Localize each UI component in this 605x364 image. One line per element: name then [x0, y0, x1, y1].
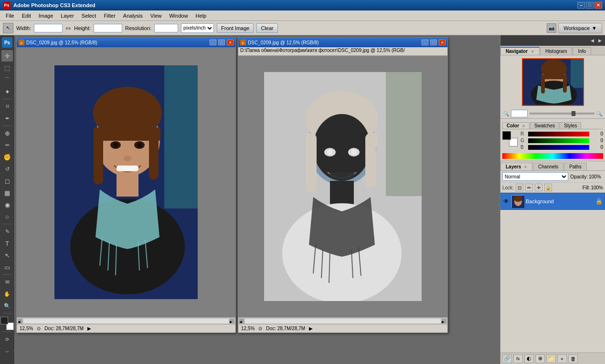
3d-rotate-tool[interactable]: ⟳	[1, 333, 13, 345]
doc2-hscrollbar[interactable]: ◂ ▸	[238, 317, 447, 324]
lock-all-btn[interactable]: 🔒	[544, 184, 552, 191]
layer-visibility-toggle[interactable]: 👁	[503, 198, 509, 205]
menu-layer[interactable]: Layer	[57, 12, 78, 20]
panel-expand-btn[interactable]: ▶	[596, 38, 603, 43]
menu-analysis[interactable]: Analysis	[119, 12, 147, 20]
tab-channels[interactable]: Channels	[533, 163, 563, 170]
doc2-hscroll-track[interactable]	[245, 319, 441, 323]
b-slider[interactable]	[528, 145, 589, 150]
shape-tool[interactable]: ▭	[1, 261, 13, 273]
zoom-slider-thumb[interactable]	[572, 111, 575, 116]
doc1-content[interactable]	[17, 47, 235, 317]
g-slider[interactable]	[528, 138, 589, 143]
width-input[interactable]	[34, 24, 63, 32]
eyedropper-tool[interactable]: ✒	[1, 113, 13, 124]
layer-delete-btn[interactable]: 🗑	[568, 354, 578, 363]
tab-paths[interactable]: Paths	[564, 163, 587, 170]
color-tab-close[interactable]: ✕	[522, 124, 525, 128]
lock-transparent-btn[interactable]: ⊡	[516, 184, 523, 191]
doc1-hscroll-right[interactable]: ▸	[230, 319, 234, 323]
brush-tool[interactable]: ✏	[1, 139, 13, 151]
zoom-input[interactable]: 12,5%	[511, 110, 528, 117]
menu-edit[interactable]: Edit	[18, 12, 35, 20]
maximize-button[interactable]: □	[586, 2, 594, 9]
doc1-close[interactable]: ✕	[227, 40, 234, 45]
menu-file[interactable]: File	[2, 12, 18, 20]
gradient-tool[interactable]: ▦	[1, 187, 13, 198]
zoom-tool[interactable]: 🔍	[1, 300, 13, 312]
layer-adjustment-btn[interactable]: ⊕	[535, 354, 545, 363]
heal-tool[interactable]: ⊕	[1, 127, 13, 139]
navigator-tab-close[interactable]: ✕	[531, 50, 534, 54]
doc2-content[interactable]	[238, 56, 447, 317]
menu-select[interactable]: Select	[78, 12, 100, 20]
clear-button[interactable]: Clear	[256, 23, 277, 33]
magic-wand-tool[interactable]: ✦	[1, 86, 13, 97]
menu-view[interactable]: View	[147, 12, 166, 20]
layer-background[interactable]: 👁 Background 🔒	[500, 193, 605, 210]
doc1-hscroll-left[interactable]: ◂	[18, 319, 22, 323]
doc1-minimize[interactable]: –	[210, 40, 216, 45]
layer-fx-btn[interactable]: fx	[513, 354, 523, 363]
marquee-tool[interactable]: ⬚	[1, 62, 13, 73]
lock-position-btn[interactable]: ✛	[535, 184, 542, 191]
menu-filter[interactable]: Filter	[100, 12, 119, 20]
doc2-close[interactable]: ✕	[439, 40, 446, 45]
dodge-tool[interactable]: ○	[1, 211, 13, 222]
tab-navigator[interactable]: Navigator ✕	[500, 47, 540, 55]
layer-mode-select[interactable]: Normal Multiply Screen	[502, 172, 568, 181]
resolution-unit-select[interactable]: pixels/inch pixels/cm	[181, 23, 214, 33]
layer-link-btn[interactable]: 🔗	[502, 354, 512, 363]
fg-color-box[interactable]	[502, 131, 511, 140]
minimize-button[interactable]: –	[577, 2, 585, 9]
doc2-hscroll-right[interactable]: ▸	[442, 319, 446, 323]
eraser-tool[interactable]: ◻	[1, 175, 13, 187]
layers-tab-close[interactable]: ✕	[524, 165, 527, 169]
close-button[interactable]: ✕	[594, 2, 602, 9]
tab-layers[interactable]: Layers ✕	[500, 163, 532, 170]
menu-image[interactable]: Image	[35, 12, 57, 20]
doc2-minimize[interactable]: –	[422, 40, 428, 45]
resolution-input[interactable]	[154, 24, 178, 32]
svg-point-30	[327, 149, 333, 155]
zoom-slider[interactable]	[530, 113, 594, 114]
tab-styles[interactable]: Styles	[560, 122, 581, 129]
color-spectrum[interactable]	[502, 153, 603, 159]
panel-collapse-btn[interactable]: ◀	[589, 38, 595, 43]
blur-tool[interactable]: ◉	[1, 199, 13, 210]
layer-group-btn[interactable]: 📁	[546, 354, 556, 363]
doc2-maximize[interactable]: □	[430, 40, 437, 45]
b-label: B	[520, 145, 526, 150]
tab-swatches[interactable]: Swatches	[530, 122, 559, 129]
r-slider[interactable]	[528, 132, 589, 136]
zoom-out-icon[interactable]: 🔍	[503, 111, 509, 116]
move-tool[interactable]: ✛	[1, 50, 13, 62]
layer-new-btn[interactable]: +	[557, 354, 567, 363]
foreground-color-swatch[interactable]	[0, 317, 8, 324]
crop-tool[interactable]: ⌗	[1, 101, 13, 112]
workspace-button[interactable]: Workspace ▼	[558, 23, 602, 33]
lock-image-btn[interactable]: ✏	[525, 184, 533, 191]
doc1-maximize[interactable]: □	[218, 40, 225, 45]
path-select-tool[interactable]: ↖	[1, 250, 13, 261]
lasso-tool[interactable]: ⌒	[1, 74, 13, 85]
type-tool[interactable]: T	[1, 238, 13, 249]
height-input[interactable]	[94, 24, 122, 32]
doc1-hscrollbar[interactable]: ◂ ▸	[17, 317, 235, 324]
doc2-hscroll-left[interactable]: ◂	[239, 319, 244, 323]
tab-info[interactable]: Info	[573, 47, 591, 55]
menu-help[interactable]: Help	[192, 12, 211, 20]
hand-tool[interactable]: ✋	[1, 288, 13, 300]
layer-mask-btn[interactable]: ◐	[524, 354, 534, 363]
notes-tool[interactable]: ✉	[1, 276, 13, 288]
zoom-in-icon[interactable]: 🔍	[596, 111, 602, 116]
menu-window[interactable]: Window	[165, 12, 191, 20]
doc1-hscroll-track[interactable]	[23, 319, 229, 323]
3d-pan-tool[interactable]: ↔	[1, 345, 13, 357]
pen-tool[interactable]: ✎	[1, 226, 13, 237]
tab-histogram[interactable]: Histogram	[540, 47, 573, 55]
front-image-button[interactable]: Front Image	[217, 23, 254, 33]
clone-tool[interactable]: ✊	[1, 151, 13, 163]
history-brush-tool[interactable]: ↺	[1, 163, 13, 175]
tab-color[interactable]: Color ✕	[502, 122, 530, 129]
